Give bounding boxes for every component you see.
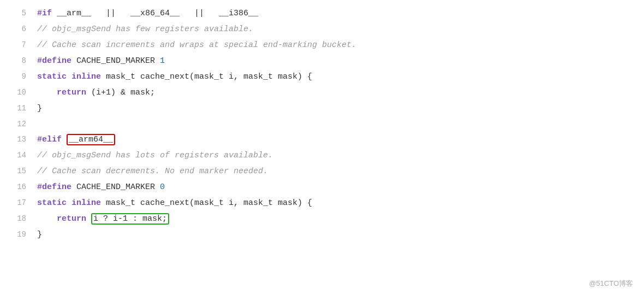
- line-number: 14: [11, 148, 26, 163]
- code-text: #if __arm__ || __x86_64__ || __i386__: [37, 6, 633, 21]
- line-number: 15: [11, 163, 26, 179]
- normal-span: [86, 214, 91, 224]
- code-line: 6// objc_msgSend has few registers avail…: [0, 21, 644, 37]
- normal-span: (i+1) & mask;: [86, 88, 155, 97]
- comment-span: // objc_msgSend has few registers availa…: [37, 25, 253, 34]
- line-number: 6: [11, 21, 26, 37]
- line-number: 10: [11, 85, 26, 100]
- code-text: // objc_msgSend has lots of registers av…: [37, 148, 633, 163]
- code-text: return (i+1) & mask;: [37, 85, 633, 101]
- line-number: 19: [11, 227, 26, 242]
- code-line: 17static inline mask_t cache_next(mask_t…: [0, 195, 644, 211]
- code-container: 5#if __arm__ || __x86_64__ || __i386__6/…: [0, 0, 644, 294]
- highlight-red-span: __arm64__: [67, 134, 115, 145]
- code-line: 13#elif __arm64__: [0, 132, 644, 148]
- directive-span: #if: [37, 9, 52, 18]
- code-line: 16#define CACHE_END_MARKER 0: [0, 179, 644, 195]
- keyword-span: static inline: [37, 198, 101, 208]
- code-text: static inline mask_t cache_next(mask_t i…: [37, 196, 633, 211]
- code-text: #elif __arm64__: [37, 132, 633, 148]
- code-text: #define CACHE_END_MARKER 0: [37, 180, 633, 195]
- line-number: 13: [11, 132, 26, 147]
- code-line: 19}: [0, 227, 644, 243]
- line-number: 11: [11, 101, 26, 116]
- keyword-span: return: [57, 214, 86, 224]
- code-line: 15// Cache scan decrements. No end marke…: [0, 163, 644, 179]
- normal-span: [37, 214, 57, 224]
- code-line: 14// objc_msgSend has lots of registers …: [0, 148, 644, 163]
- keyword-span: return: [57, 88, 86, 97]
- line-number: 7: [11, 37, 26, 52]
- code-text: }: [37, 101, 633, 116]
- normal-span: [37, 88, 57, 97]
- line-number: 9: [11, 69, 26, 84]
- code-text: return i ? i-1 : mask;: [37, 211, 633, 227]
- normal-span: }: [37, 230, 42, 239]
- normal-span: __arm__ || __x86_64__ || __i386__: [52, 9, 258, 18]
- number-span: 0: [160, 183, 165, 192]
- directive-span: #define: [37, 183, 71, 192]
- code-text: }: [37, 227, 633, 243]
- code-text: // objc_msgSend has few registers availa…: [37, 22, 633, 37]
- normal-span: mask_t cache_next(mask_t i, mask_t mask)…: [101, 72, 312, 81]
- code-text: // Cache scan increments and wraps at sp…: [37, 38, 633, 53]
- code-line: 5#if __arm__ || __x86_64__ || __i386__: [0, 5, 644, 21]
- line-number: 16: [11, 179, 26, 195]
- highlight-green-span: i ? i-1 : mask;: [91, 213, 169, 225]
- directive-span: #define: [37, 56, 71, 66]
- normal-span: mask_t cache_next(mask_t i, mask_t mask)…: [101, 198, 312, 208]
- normal-span: [62, 135, 67, 144]
- line-number: 5: [11, 5, 26, 21]
- normal-span: CACHE_END_MARKER: [71, 56, 160, 66]
- comment-span: // objc_msgSend has lots of registers av…: [37, 151, 273, 160]
- code-line: 8#define CACHE_END_MARKER 1: [0, 53, 644, 69]
- normal-span: CACHE_END_MARKER: [71, 183, 160, 192]
- code-line: 9static inline mask_t cache_next(mask_t …: [0, 69, 644, 85]
- directive-span: #elif: [37, 135, 62, 144]
- code-line: 12: [0, 116, 644, 132]
- number-span: 1: [160, 56, 165, 66]
- line-number: 18: [11, 211, 26, 226]
- keyword-span: static inline: [37, 72, 101, 81]
- normal-span: }: [37, 104, 42, 113]
- comment-span: // Cache scan increments and wraps at sp…: [37, 40, 356, 50]
- comment-span: // Cache scan decrements. No end marker …: [37, 167, 268, 176]
- code-line: 18 return i ? i-1 : mask;: [0, 211, 644, 227]
- line-number: 12: [11, 116, 26, 132]
- code-text: static inline mask_t cache_next(mask_t i…: [37, 69, 633, 85]
- watermark: @51CTO博客: [589, 279, 633, 289]
- code-line: 11}: [0, 101, 644, 116]
- code-text: // Cache scan decrements. No end marker …: [37, 164, 633, 179]
- line-number: 8: [11, 53, 26, 68]
- code-line: 7// Cache scan increments and wraps at s…: [0, 37, 644, 53]
- code-text: #define CACHE_END_MARKER 1: [37, 54, 633, 69]
- line-number: 17: [11, 195, 26, 210]
- code-line: 10 return (i+1) & mask;: [0, 85, 644, 101]
